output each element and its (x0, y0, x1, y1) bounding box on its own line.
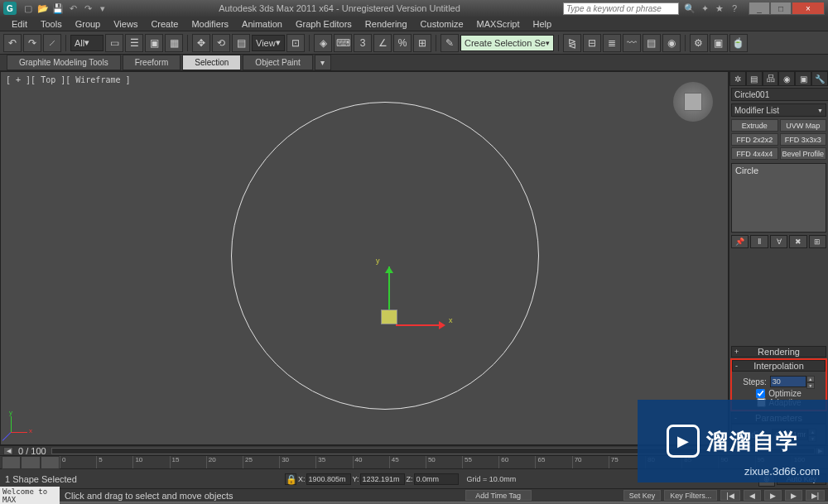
render-setup-icon[interactable]: ⚙ (690, 34, 708, 52)
qat-new-icon[interactable]: ▢ (22, 2, 35, 15)
prev-frame-icon[interactable]: ◀ (744, 490, 761, 501)
ribbon-tab-freeform[interactable]: Freeform (123, 55, 181, 70)
minimize-button[interactable]: _ (749, 2, 770, 15)
qat-dropdown-icon[interactable]: ▾ (96, 2, 109, 15)
set-key-button[interactable]: Set Key (623, 490, 662, 501)
menu-rendering[interactable]: Rendering (359, 17, 414, 31)
modify-tab-icon[interactable]: ▤ (746, 71, 763, 86)
menu-animation[interactable]: Animation (235, 17, 289, 31)
gizmo-x-axis[interactable] (396, 324, 442, 326)
gizmo-center-box[interactable] (381, 310, 397, 324)
curve-editor-icon[interactable]: 〰 (623, 34, 641, 52)
close-button[interactable]: × (792, 2, 825, 15)
select-by-name-icon[interactable]: ☰ (125, 34, 143, 52)
make-unique-icon[interactable]: ∀ (770, 235, 787, 248)
selection-lock-icon[interactable]: 🔒 (285, 473, 296, 485)
mirror-icon[interactable]: ⧎ (563, 34, 581, 52)
steps-down-icon[interactable]: ▼ (806, 382, 815, 389)
link-icon[interactable]: ⟋ (43, 34, 61, 52)
rotate-icon[interactable]: ⟲ (212, 34, 230, 52)
extrude-button[interactable]: Extrude (731, 119, 778, 132)
bevel-profile-button[interactable]: Bevel Profile (780, 147, 827, 160)
move-icon[interactable]: ✥ (192, 34, 210, 52)
select-object-icon[interactable]: ▭ (105, 34, 123, 52)
z-coord-input[interactable] (414, 473, 459, 485)
undo-icon[interactable]: ↶ (3, 34, 22, 52)
comm-icon[interactable]: ✦ (699, 2, 710, 14)
menu-maxscript[interactable]: MAXScript (470, 17, 527, 31)
interpolation-rollout-header[interactable]: - Interpolation (732, 360, 826, 372)
modifier-stack[interactable]: Circle (731, 163, 826, 233)
configure-sets-icon[interactable]: ⊞ (809, 235, 826, 248)
ribbon-tab-graphite[interactable]: Graphite Modeling Tools (7, 55, 121, 70)
add-time-tag-button[interactable]: Add Time Tag (465, 490, 532, 501)
help-search-input[interactable] (563, 2, 679, 15)
menu-create[interactable]: Create (144, 17, 185, 31)
scale-icon[interactable]: ▤ (232, 34, 250, 52)
y-coord-input[interactable] (360, 473, 405, 485)
help-icon[interactable]: ? (729, 2, 740, 14)
menu-tools[interactable]: Tools (34, 17, 69, 31)
qat-undo-icon[interactable]: ↶ (66, 2, 79, 15)
key-filters-button[interactable]: Key Filters... (664, 490, 717, 501)
named-selection-combo[interactable]: Create Selection Se▾ (460, 35, 554, 51)
viewport-top[interactable]: [ + ][ Top ][ Wireframe ] y x y x (0, 71, 729, 445)
goto-end-icon[interactable]: ▶| (806, 490, 825, 501)
maxscript-listener[interactable]: Welcome to MAX (0, 487, 60, 505)
viewport-label[interactable]: [ + ][ Top ][ Wireframe ] (6, 75, 131, 84)
percent-snap-icon[interactable]: % (393, 34, 412, 52)
show-end-result-icon[interactable]: Ⅱ (750, 235, 768, 248)
ffd-2x2x2-button[interactable]: FFD 2x2x2 (731, 133, 778, 146)
render-frame-icon[interactable]: ▣ (710, 34, 728, 52)
utilities-tab-icon[interactable]: 🔧 (811, 71, 828, 86)
scroll-left-icon[interactable]: ◀ (3, 447, 13, 455)
modifier-list-combo[interactable]: Modifier List (731, 103, 826, 117)
stack-item-circle[interactable]: Circle (735, 166, 822, 175)
selection-region-icon[interactable]: ▣ (145, 34, 163, 52)
viewcube[interactable] (673, 82, 713, 122)
gizmo-y-axis[interactable] (388, 266, 390, 313)
remove-modifier-icon[interactable]: ✖ (789, 235, 806, 248)
search-icon[interactable]: 🔍 (684, 2, 696, 14)
align-icon[interactable]: ⊟ (583, 34, 601, 52)
trackbar-btn-1[interactable] (2, 456, 21, 469)
edit-named-sel-icon[interactable]: ✎ (440, 34, 459, 52)
qat-open-icon[interactable]: 📂 (36, 2, 50, 15)
goto-start-icon[interactable]: |◀ (720, 490, 739, 501)
redo-icon[interactable]: ↷ (23, 34, 41, 52)
steps-up-icon[interactable]: ▲ (806, 376, 815, 382)
material-editor-icon[interactable]: ◉ (662, 34, 681, 52)
menu-edit[interactable]: Edit (5, 17, 34, 31)
viewcube-face[interactable] (684, 93, 702, 111)
menu-group[interactable]: Group (69, 17, 108, 31)
qat-redo-icon[interactable]: ↷ (81, 2, 94, 15)
display-tab-icon[interactable]: ▣ (795, 71, 811, 86)
motion-tab-icon[interactable]: ◉ (778, 71, 795, 86)
rollout-expand-icon[interactable]: + (734, 348, 739, 356)
optimize-checkbox[interactable] (756, 389, 765, 398)
circle-object[interactable] (231, 102, 539, 410)
play-icon[interactable]: ▶ (764, 490, 782, 501)
uvw-map-button[interactable]: UVW Map (780, 119, 827, 132)
pin-stack-icon[interactable]: 📌 (731, 235, 749, 248)
angle-snap-icon[interactable]: ∠ (373, 34, 392, 52)
frame-indicator[interactable]: 0 / 100 (18, 446, 46, 456)
snap-toggle-icon[interactable]: 3 (354, 34, 372, 52)
spinner-snap-icon[interactable]: ⊞ (413, 34, 431, 52)
ref-coord-combo[interactable]: View ▾ (252, 35, 285, 51)
menu-views[interactable]: Views (107, 17, 144, 31)
ribbon-expand-icon[interactable]: ▾ (315, 55, 331, 70)
gizmo-y-arrow-icon[interactable] (385, 262, 393, 273)
manipulate-icon[interactable]: ◈ (314, 34, 332, 52)
menu-help[interactable]: Help (527, 17, 559, 31)
ffd-4x4x4-button[interactable]: FFD 4x4x4 (731, 147, 778, 160)
app-icon[interactable]: G (3, 2, 17, 15)
ribbon-tab-selection[interactable]: Selection (182, 55, 241, 70)
menu-modifiers[interactable]: Modifiers (185, 17, 235, 31)
ribbon-tab-object-paint[interactable]: Object Paint (243, 55, 312, 70)
pivot-icon[interactable]: ⊡ (286, 34, 305, 52)
qat-save-icon[interactable]: 💾 (51, 2, 65, 15)
create-tab-icon[interactable]: ✲ (729, 71, 746, 86)
x-coord-input[interactable] (306, 473, 351, 485)
hierarchy-tab-icon[interactable]: 品 (763, 71, 779, 86)
